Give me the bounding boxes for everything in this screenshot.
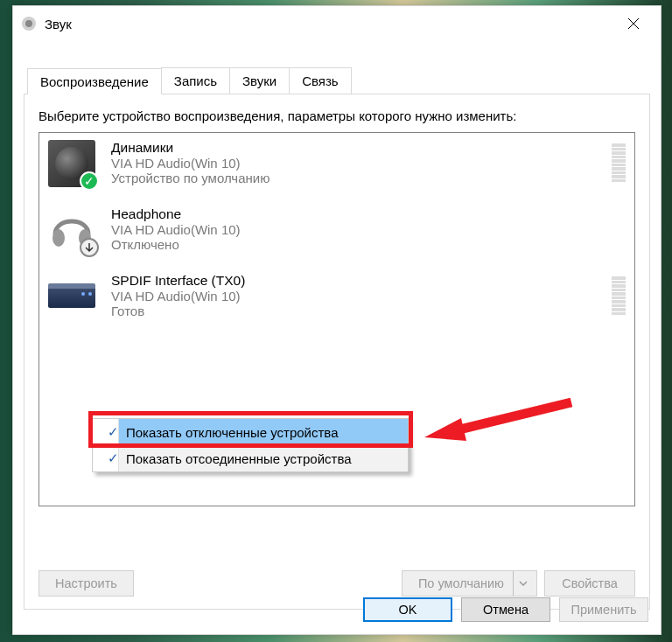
spdif-icon — [48, 273, 95, 320]
svg-point-1 — [25, 20, 32, 27]
close-button[interactable] — [613, 10, 654, 37]
context-menu: ✓ Показать отключенные устройства ✓ Пока… — [92, 418, 409, 472]
disabled-badge — [80, 238, 99, 257]
speaker-icon: ✓ — [48, 140, 95, 187]
device-item-spdif[interactable]: SPDIF Interface (TX0) VIA HD Audio(Win 1… — [39, 266, 634, 332]
device-subtitle: VIA HD Audio(Win 10) — [111, 156, 270, 171]
sound-dialog: Звук Воспроизведение Запись Звуки Связь … — [12, 5, 662, 635]
device-subtitle: VIA HD Audio(Win 10) — [111, 222, 241, 237]
instruction-text: Выберите устройство воспроизведения, пар… — [38, 108, 635, 123]
set-default-button[interactable]: По умолчанию — [402, 570, 537, 597]
arrow-annotation — [423, 392, 580, 453]
device-name: SPDIF Interface (TX0) — [111, 273, 245, 289]
device-subtitle: VIA HD Audio(Win 10) — [111, 289, 245, 304]
tab-sounds[interactable]: Звуки — [229, 67, 290, 94]
apply-button[interactable]: Применить — [559, 597, 648, 622]
dropdown-arrow-icon[interactable] — [513, 571, 533, 596]
tab-recording[interactable]: Запись — [161, 67, 230, 94]
property-buttons-row: Настроить По умолчанию Свойства — [38, 570, 635, 597]
device-status: Готов — [111, 304, 245, 318]
menu-item-label: Показать отсоединенные устройства — [126, 451, 352, 466]
cancel-button[interactable]: Отмена — [461, 597, 550, 622]
tab-content: Выберите устройство воспроизведения, пар… — [24, 94, 650, 610]
check-icon: ✓ — [100, 450, 126, 466]
window-title: Звук — [45, 17, 72, 31]
device-status: Отключено — [111, 237, 241, 252]
level-meter — [612, 143, 626, 182]
device-name: Динамики — [111, 140, 270, 156]
tab-strip: Воспроизведение Запись Звуки Связь — [27, 67, 650, 94]
menu-item-show-disconnected[interactable]: ✓ Показать отсоединенные устройства — [93, 445, 408, 471]
titlebar: Звук — [13, 6, 661, 41]
properties-button[interactable]: Свойства — [544, 570, 635, 597]
device-item-speakers[interactable]: ✓ Динамики VIA HD Audio(Win 10) Устройст… — [39, 133, 634, 199]
dialog-buttons: OK Отмена Применить — [363, 597, 648, 622]
svg-line-6 — [449, 402, 571, 432]
ok-button[interactable]: OK — [363, 597, 452, 622]
tab-playback[interactable]: Воспроизведение — [27, 68, 162, 94]
app-icon — [20, 15, 38, 32]
menu-item-show-disabled[interactable]: ✓ Показать отключенные устройства — [93, 419, 408, 445]
device-name: Headphone — [111, 206, 241, 222]
default-check-badge: ✓ — [80, 171, 99, 191]
level-meter — [612, 276, 626, 315]
device-item-headphone[interactable]: Headphone VIA HD Audio(Win 10) Отключено — [39, 199, 634, 266]
device-status: Устройство по умолчанию — [111, 171, 270, 185]
svg-marker-7 — [424, 418, 466, 441]
svg-point-4 — [52, 229, 65, 247]
configure-button[interactable]: Настроить — [38, 570, 134, 597]
headphone-icon — [48, 206, 95, 254]
check-icon: ✓ — [100, 424, 126, 440]
tab-communications[interactable]: Связь — [289, 67, 351, 94]
device-list[interactable]: ✓ Динамики VIA HD Audio(Win 10) Устройст… — [38, 132, 635, 506]
menu-item-label: Показать отключенные устройства — [126, 425, 339, 440]
